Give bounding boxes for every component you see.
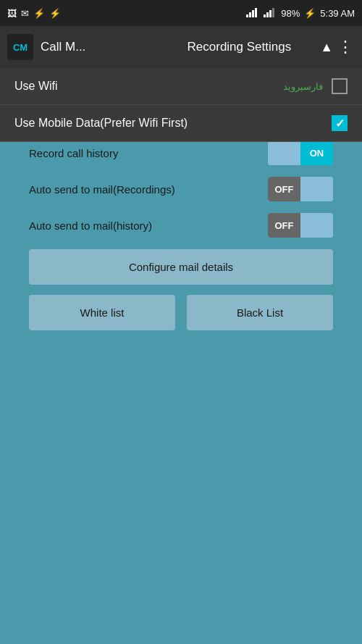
signal-icon1: [246, 7, 259, 20]
auto-send-history-label: Auto send to mail(history): [29, 219, 268, 232]
status-bar-right: 98% ⚡ 5:39 AM: [246, 7, 355, 20]
battery-percentage: 98%: [281, 8, 300, 19]
clock: 5:39 AM: [320, 8, 355, 19]
image-icon: 🖼: [7, 8, 17, 19]
farsi-label: فارسیروید: [283, 81, 323, 92]
toggle-off-side2: [268, 141, 300, 165]
auto-send-history-row: Auto send to mail(history) OFF: [29, 213, 333, 238]
checkmark-icon: ✓: [335, 117, 345, 130]
svg-rect-5: [266, 12, 269, 17]
toggle-on-side: [300, 177, 333, 201]
dropdown-item-mobile[interactable]: Use Mobile Data(Prefer Wifi First) ✓: [0, 105, 362, 141]
toggle-on-side2: [300, 213, 333, 238]
auto-send-recordings-row: Auto send to mail(Recordings) OFF: [29, 177, 333, 201]
svg-rect-1: [249, 12, 251, 17]
svg-rect-6: [269, 10, 272, 17]
dropdown-wifi-right: فارسیروید: [283, 78, 348, 94]
app-icon-c: C: [13, 42, 20, 53]
black-list-button[interactable]: Black List: [187, 295, 333, 330]
usb2-icon: ⚡: [49, 8, 61, 19]
status-bar: 🖼 ✉ ⚡ ⚡ 98% ⚡ 5:39 AM: [0, 0, 362, 26]
dropdown-menu: Use Wifi فارسیروید Use Mobile Data(Prefe…: [0, 68, 362, 142]
svg-rect-7: [272, 8, 274, 17]
toggle-off-thumb2: OFF: [268, 213, 300, 238]
app-icon-m: M: [20, 42, 28, 53]
usb-icon: ⚡: [33, 8, 45, 19]
record-call-history-row: Record call history ON: [29, 141, 333, 165]
white-list-button[interactable]: White list: [29, 295, 175, 330]
svg-rect-2: [252, 10, 254, 17]
svg-rect-0: [246, 14, 248, 17]
signal-triangle-icon: ▲: [320, 40, 333, 55]
wifi-checkbox[interactable]: [332, 78, 348, 94]
auto-send-recordings-toggle[interactable]: OFF: [268, 177, 333, 201]
svg-rect-3: [255, 8, 257, 17]
mobile-checkbox[interactable]: ✓: [332, 115, 348, 131]
toggle-off-thumb: OFF: [268, 177, 300, 201]
dropdown-mobile-label: Use Mobile Data(Prefer Wifi First): [14, 117, 188, 130]
record-call-history-toggle[interactable]: ON: [268, 141, 333, 165]
dropdown-mobile-right: ✓: [332, 115, 348, 131]
auto-send-recordings-label: Auto send to mail(Recordings): [29, 183, 268, 196]
auto-send-history-toggle[interactable]: OFF: [268, 213, 333, 238]
app-title: Call M...: [41, 40, 85, 54]
app-subtitle: Recording Settings: [188, 40, 292, 54]
dropdown-item-wifi[interactable]: Use Wifi فارسیروید: [0, 68, 362, 105]
configure-mail-button[interactable]: Configure mail details: [29, 249, 333, 285]
record-call-history-label: Record call history: [29, 147, 268, 159]
signal-icon2: [264, 7, 277, 20]
dropdown-wifi-label: Use Wifi: [14, 80, 58, 93]
menu-button[interactable]: ⋮: [337, 38, 353, 57]
list-buttons-row: White list Black List: [29, 295, 333, 330]
toggle-on-thumb2: ON: [300, 141, 333, 165]
notification-icon: ✉: [21, 8, 29, 19]
status-bar-icons: 🖼 ✉ ⚡ ⚡: [7, 8, 61, 19]
battery-icon: ⚡: [304, 8, 316, 19]
svg-rect-4: [264, 14, 266, 17]
app-bar: C M Call M... Recording Settings ▲ ⋮: [0, 26, 362, 68]
app-logo: C M: [7, 34, 33, 60]
